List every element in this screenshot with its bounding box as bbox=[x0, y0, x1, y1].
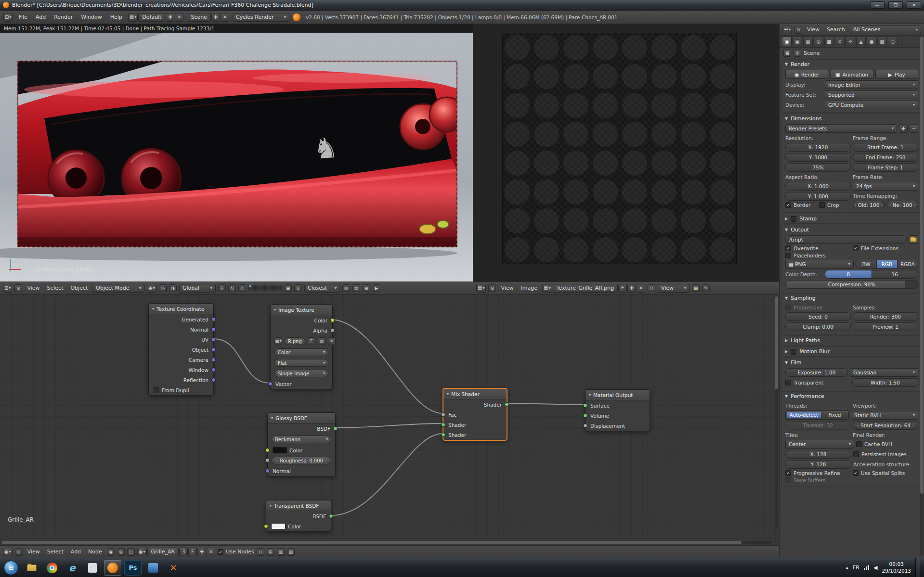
snap-icon[interactable]: ∪ bbox=[257, 548, 264, 556]
image-name-field[interactable]: R.png bbox=[285, 337, 305, 345]
tile-order-dropdown[interactable]: Center▾ bbox=[785, 440, 854, 449]
resolution-percentage-slider[interactable]: 75% bbox=[785, 163, 851, 172]
render-presets-dropdown[interactable]: Render Presets▾ bbox=[785, 124, 897, 133]
socket-generated[interactable] bbox=[211, 317, 216, 321]
node-mix-shader[interactable]: ▾Mix Shader Shader Fac Shader Shader bbox=[442, 388, 508, 441]
menu-help[interactable]: Help bbox=[108, 14, 125, 20]
socket-camera[interactable] bbox=[211, 358, 216, 362]
resolution-y-field[interactable]: Y: 1080 bbox=[785, 153, 851, 162]
socket-roughness-in[interactable] bbox=[265, 458, 270, 462]
outliner-scope-dropdown[interactable]: All Scenes▾ bbox=[850, 26, 921, 34]
tab-world[interactable]: ◎ bbox=[814, 37, 823, 46]
image-menu[interactable]: Image bbox=[519, 285, 540, 291]
fixed-option[interactable]: Fixed bbox=[822, 412, 847, 418]
progressive-refine-checkbox[interactable]: ✓Progressive Refine bbox=[785, 470, 851, 476]
fake-user-button[interactable]: F bbox=[308, 337, 315, 345]
render-engine-dropdown[interactable]: Cycles Render▾ bbox=[233, 13, 289, 22]
panel-film-header[interactable]: ▼Film bbox=[781, 358, 922, 367]
start-frame-field[interactable]: Start Frame: 1 bbox=[853, 143, 918, 152]
preset-remove-button[interactable]: − bbox=[910, 124, 918, 133]
object-menu[interactable]: Object bbox=[68, 285, 90, 291]
network-icon[interactable] bbox=[864, 565, 869, 570]
remap-new-field[interactable]: ‹Ne: 100› bbox=[886, 201, 918, 209]
tile-x-field[interactable]: X: 128 bbox=[785, 450, 851, 459]
node-menu[interactable]: Node bbox=[86, 549, 104, 555]
overwrite-checkbox[interactable]: ✓Overwrite bbox=[785, 245, 851, 251]
socket-object[interactable] bbox=[211, 347, 216, 352]
add-menu[interactable]: Add bbox=[68, 549, 83, 555]
transparent-checkbox[interactable]: Transparent bbox=[785, 380, 850, 385]
layout-browse-icon[interactable]: ▦▾ bbox=[128, 13, 138, 22]
image-unlink-button[interactable]: ✕ bbox=[637, 284, 645, 293]
outliner-search-menu[interactable]: Search bbox=[824, 26, 847, 33]
select-menu[interactable]: Select bbox=[45, 549, 66, 555]
depth-16-option[interactable]: 16 bbox=[872, 270, 918, 278]
render-anim-icon[interactable]: ▶ bbox=[373, 284, 380, 292]
feature-set-dropdown[interactable]: Supported▾ bbox=[825, 90, 918, 99]
fake-user-button[interactable]: F bbox=[618, 284, 627, 293]
layers-grid[interactable] bbox=[248, 285, 282, 291]
output-path-field[interactable]: /tmp\ bbox=[785, 235, 907, 244]
image-browse-icon[interactable]: ▦▾ bbox=[274, 337, 282, 345]
progressive-checkbox[interactable]: Progressive bbox=[785, 305, 851, 310]
panel-stamp-header[interactable]: ▶Stamp bbox=[781, 214, 922, 223]
paint-icon[interactable]: ✎ bbox=[702, 284, 710, 292]
tab-data[interactable]: ▲ bbox=[856, 37, 866, 46]
header-menu-icon[interactable]: ⊙ bbox=[15, 548, 23, 556]
tray-expand-icon[interactable]: ▴ bbox=[846, 564, 848, 571]
socket-shader2-in[interactable] bbox=[441, 433, 445, 437]
node-image-texture[interactable]: ▾Image Texture Color Alpha ▦▾ R.png F ▤ … bbox=[270, 304, 333, 389]
socket-reflection[interactable] bbox=[211, 378, 216, 382]
socket-fac-in[interactable] bbox=[441, 412, 445, 417]
node-horizontal-scrollbar[interactable] bbox=[2, 541, 772, 544]
image-new-button[interactable]: ✚ bbox=[627, 284, 636, 293]
projection-dropdown[interactable]: Flat▾ bbox=[274, 359, 328, 367]
scene-add-button[interactable]: ✚ bbox=[211, 13, 220, 22]
distribution-dropdown[interactable]: Beckmann▾ bbox=[272, 436, 331, 443]
snap-peel-icon[interactable]: ▤ bbox=[352, 284, 360, 292]
node-transparent-bsdf[interactable]: ▾Transparent BSDF BSDF Color bbox=[266, 500, 331, 532]
viewport-bvh-dropdown[interactable]: Static BVH▾ bbox=[851, 411, 918, 420]
close-button[interactable]: ✕ bbox=[907, 1, 921, 9]
tile-y-field[interactable]: Y: 128 bbox=[785, 460, 851, 469]
view-menu[interactable]: View bbox=[25, 549, 42, 555]
start-button[interactable]: ⊞ bbox=[4, 561, 18, 575]
play-button[interactable]: ▶Play bbox=[875, 70, 918, 79]
tab-render[interactable]: ◉ bbox=[782, 37, 792, 46]
file-browse-button[interactable] bbox=[909, 235, 918, 244]
photoshop-icon[interactable]: Ps bbox=[124, 560, 142, 576]
socket-color-in[interactable] bbox=[264, 524, 268, 528]
socket-bsdf-out[interactable] bbox=[329, 514, 333, 518]
file-format-dropdown[interactable]: ▦ PNG▾ bbox=[785, 260, 854, 269]
stamp-checkbox[interactable] bbox=[791, 216, 796, 222]
shader-type-material-icon[interactable]: ◉ bbox=[107, 548, 115, 556]
file-extensions-checkbox[interactable]: ✓File Extensions bbox=[853, 245, 918, 251]
pivot-icon[interactable]: ◎ bbox=[159, 284, 167, 292]
pin-icon[interactable]: ◎ bbox=[648, 284, 655, 292]
manipulator-scale-icon[interactable]: ◇ bbox=[238, 284, 246, 292]
roughness-slider[interactable]: ‹Roughness: 0.000› bbox=[272, 457, 331, 464]
render-samples-field[interactable]: Render: 300 bbox=[853, 312, 918, 321]
socket-vector-in[interactable] bbox=[268, 382, 273, 386]
panel-light-paths-header[interactable]: ▶Light Paths bbox=[781, 336, 922, 345]
menu-window[interactable]: Window bbox=[78, 14, 104, 20]
motion-blur-checkbox[interactable] bbox=[791, 349, 796, 355]
aspect-y-field[interactable]: Y: 1.000 bbox=[785, 192, 851, 201]
editor-type-icon[interactable]: ▦▾ bbox=[476, 284, 486, 293]
tab-render-layers[interactable]: ▣ bbox=[793, 37, 802, 46]
socket-volume-in[interactable] bbox=[583, 413, 587, 418]
node-material-output[interactable]: ▾Material Output Surface Volume Displace… bbox=[585, 389, 650, 431]
socket-alpha-out[interactable] bbox=[330, 328, 335, 333]
ie-icon[interactable]: e bbox=[64, 560, 81, 576]
socket-uv[interactable] bbox=[211, 337, 216, 342]
resolution-x-field[interactable]: X: 1920 bbox=[785, 143, 851, 152]
socket-color-in[interactable] bbox=[265, 448, 270, 452]
aspect-x-field[interactable]: X: 1.000 bbox=[785, 182, 851, 191]
filter-width-field[interactable]: Width: 1.50 bbox=[852, 378, 918, 387]
source-dropdown[interactable]: Single Image▾ bbox=[274, 370, 328, 377]
compression-slider[interactable]: Compression: 90% bbox=[785, 280, 918, 289]
filter-type-dropdown[interactable]: Gaussian▾ bbox=[850, 368, 918, 377]
tab-scene[interactable]: ▦ bbox=[803, 37, 813, 46]
unlink-image-icon[interactable]: ✕ bbox=[328, 337, 336, 345]
open-image-icon[interactable]: ▤ bbox=[318, 337, 325, 345]
